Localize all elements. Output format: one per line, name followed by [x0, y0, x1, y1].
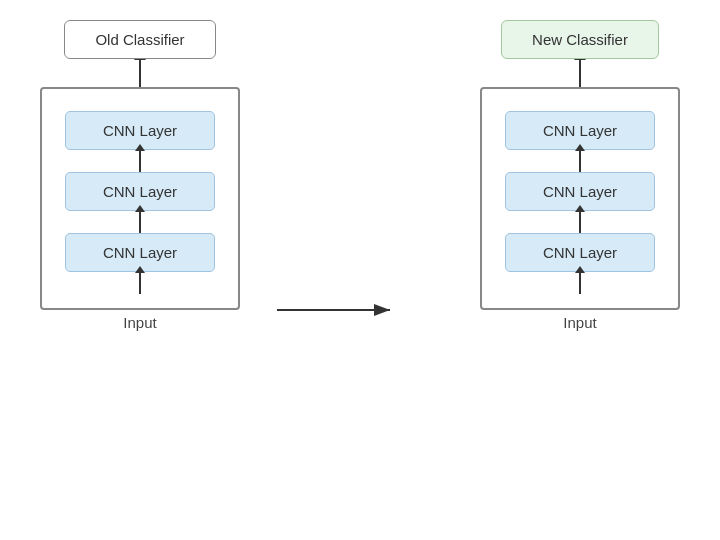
new-classifier-label: New Classifier — [501, 20, 659, 59]
arrow-left-1 — [139, 272, 141, 294]
arrow-to-classifier-right — [579, 59, 581, 87]
old-classifier-label: Old Classifier — [64, 20, 215, 59]
arrow-left-3 — [139, 150, 141, 172]
left-input-label: Input — [123, 314, 156, 331]
diagram-container: Old Classifier CNN Layer CNN Layer CNN L… — [0, 0, 720, 540]
right-box-outer: CNN Layer CNN Layer CNN Layer — [480, 87, 680, 310]
arrow-right-1 — [579, 272, 581, 294]
right-input-label: Input — [563, 314, 596, 331]
arrow-right-2 — [579, 211, 581, 233]
left-network: Old Classifier CNN Layer CNN Layer CNN L… — [40, 20, 240, 331]
left-box-outer: CNN Layer CNN Layer CNN Layer — [40, 87, 240, 310]
right-network: New Classifier CNN Layer CNN Layer CNN L… — [480, 20, 680, 331]
arrow-right-3 — [579, 150, 581, 172]
arrow-to-classifier-left — [139, 59, 141, 87]
arrow-left-2 — [139, 211, 141, 233]
